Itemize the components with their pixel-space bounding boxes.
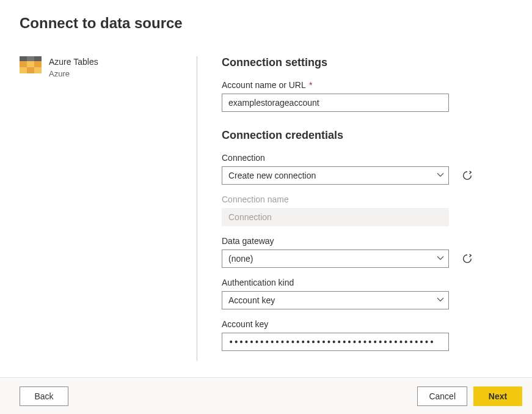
- connection-name-input: [222, 208, 449, 226]
- account-name-label-text: Account name or URL: [222, 80, 305, 90]
- account-name-label: Account name or URL *: [222, 80, 488, 90]
- svg-rect-10: [34, 67, 42, 73]
- svg-rect-7: [34, 61, 42, 67]
- auth-kind-label: Authentication kind: [222, 278, 488, 287]
- data-gateway-select[interactable]: (none): [222, 250, 449, 268]
- refresh-icon: [462, 170, 473, 181]
- svg-rect-8: [20, 67, 27, 73]
- connection-label: Connection: [222, 153, 488, 163]
- refresh-gateway-button[interactable]: [460, 251, 475, 266]
- connector-summary: Azure Tables Azure: [20, 56, 172, 361]
- data-gateway-label: Data gateway: [222, 236, 488, 246]
- svg-rect-9: [27, 67, 34, 73]
- cancel-button[interactable]: Cancel: [417, 386, 467, 406]
- back-button[interactable]: Back: [20, 386, 68, 406]
- connection-select[interactable]: Create new connection: [222, 166, 449, 185]
- account-name-input[interactable]: [222, 94, 449, 112]
- svg-rect-3: [27, 56, 34, 61]
- vertical-divider: [197, 56, 197, 361]
- svg-rect-2: [20, 56, 27, 61]
- connection-settings-heading: Connection settings: [222, 56, 488, 69]
- required-marker: *: [309, 80, 312, 90]
- connector-vendor: Azure: [49, 68, 98, 79]
- page-title: Connect to data source: [20, 15, 512, 32]
- connector-name: Azure Tables: [49, 56, 98, 68]
- account-key-label: Account key: [222, 319, 488, 329]
- account-key-input[interactable]: [222, 333, 449, 351]
- auth-kind-select[interactable]: Account key: [222, 291, 449, 309]
- refresh-connection-button[interactable]: [460, 168, 475, 183]
- connection-name-label: Connection name: [222, 194, 488, 204]
- svg-rect-4: [34, 56, 42, 61]
- azure-tables-icon: [20, 56, 42, 73]
- wizard-footer: Back Cancel Next: [0, 377, 532, 414]
- svg-rect-6: [27, 61, 34, 67]
- next-button[interactable]: Next: [473, 386, 522, 406]
- svg-rect-5: [20, 61, 27, 67]
- connection-credentials-heading: Connection credentials: [222, 129, 488, 142]
- refresh-icon: [462, 253, 473, 264]
